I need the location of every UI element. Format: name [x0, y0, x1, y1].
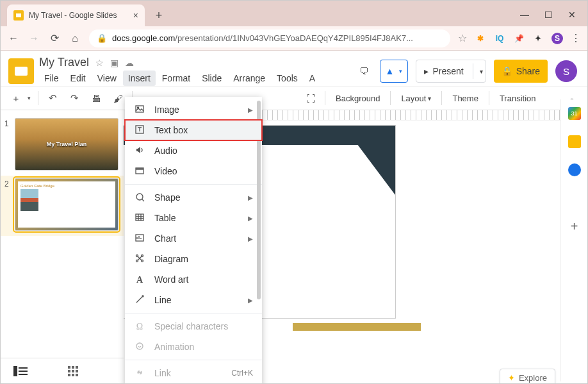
thumb2-image [20, 189, 38, 211]
browser-menu-icon[interactable]: ⋮ [571, 32, 581, 44]
minimize-icon[interactable]: — [520, 10, 529, 20]
profile-avatar-browser[interactable]: S [551, 33, 563, 44]
shape-icon [134, 192, 145, 204]
submenu-arrow-icon: ▶ [248, 235, 253, 242]
insert-menu-item-video[interactable]: Video [125, 161, 262, 181]
transition-button[interactable]: Transition [494, 89, 541, 107]
theme-button[interactable]: Theme [447, 89, 483, 107]
forward-button[interactable]: → [28, 32, 40, 45]
close-window-icon[interactable]: ✕ [568, 10, 576, 20]
menu-arrange[interactable]: Arrange [228, 71, 270, 86]
present-dropdown-icon[interactable]: ▾ [480, 68, 483, 75]
insert-menu-item-diagram[interactable]: Diagram [125, 249, 262, 269]
menu-insert[interactable]: Insert [123, 71, 156, 86]
special-chars-icon: Ω [134, 321, 145, 332]
grid-view-icon[interactable] [66, 366, 80, 376]
menu-item-label: Video [154, 166, 177, 176]
video-icon [134, 165, 145, 178]
calendar-addon-icon[interactable]: 31 [568, 107, 581, 120]
explore-button[interactable]: ✦ Explore [500, 369, 555, 384]
menu-format[interactable]: Format [157, 71, 195, 86]
menu-addons-truncated[interactable]: A [304, 71, 320, 86]
document-title[interactable]: My Travel [39, 56, 89, 69]
menu-item-label: Text box [154, 125, 188, 135]
image-icon [134, 104, 145, 116]
undo-button[interactable]: ↶ [44, 89, 61, 107]
new-slide-button[interactable]: + [7, 89, 25, 107]
insert-menu-item-text-box[interactable]: Text box [125, 120, 262, 140]
menu-slide[interactable]: Slide [197, 71, 227, 86]
filmstrip-view-icon[interactable] [13, 366, 28, 376]
tasks-addon-icon[interactable] [568, 163, 581, 176]
new-slide-dropdown-icon[interactable]: ▾ [25, 89, 33, 107]
home-button[interactable]: ⌂ [69, 32, 81, 45]
submenu-arrow-icon: ▶ [248, 297, 253, 304]
insert-menu-item-chart[interactable]: Chart▶ [125, 228, 262, 249]
insert-menu-item-line[interactable]: Line▶ [125, 290, 262, 310]
menu-item-label: Link [154, 368, 171, 378]
cloud-status-icon[interactable]: ☁ [125, 58, 134, 68]
slide-thumbnail-1[interactable]: My Travel Plan [15, 118, 118, 171]
svg-point-17 [136, 194, 143, 200]
comments-button[interactable]: 🗨 [355, 60, 372, 83]
layout-dropdown[interactable]: Layout [396, 89, 436, 107]
add-addon-icon[interactable]: + [568, 220, 581, 233]
bookmark-star-icon[interactable]: ☆ [458, 32, 467, 44]
insert-menu-item-animation: Animation [125, 337, 262, 357]
browser-tab[interactable]: My Travel - Google Slides × [7, 4, 145, 26]
share-button[interactable]: 🔒 Share [494, 60, 548, 83]
maximize-icon[interactable]: ☐ [544, 10, 553, 20]
menu-tools[interactable]: Tools [272, 71, 303, 86]
insert-menu-item-image[interactable]: Image▶ [125, 99, 262, 120]
thumb1-title: My Travel Plan [47, 141, 87, 147]
thumb2-label: Golden Gate Bridge [20, 184, 113, 188]
move-icon[interactable]: ▣ [110, 58, 118, 68]
insert-menu-item-table[interactable]: Table▶ [125, 208, 262, 228]
insert-menu-item-link: LinkCtrl+K [125, 363, 262, 383]
keep-addon-icon[interactable] [568, 135, 581, 148]
svg-rect-8 [72, 370, 74, 372]
menu-file[interactable]: File [39, 71, 64, 86]
paint-format-button[interactable]: 🖌 [109, 89, 127, 107]
address-bar[interactable]: 🔒 docs.google.com /presentation/d/1INv04… [89, 29, 450, 47]
account-avatar[interactable]: S [555, 60, 577, 82]
browser-toolbar: ← → ⟳ ⌂ 🔒 docs.google.com /presentation/… [1, 26, 587, 51]
insert-menu-item-audio[interactable]: Audio [125, 140, 262, 161]
tab-title: My Travel - Google Slides [29, 11, 117, 20]
extension-icon-iq[interactable]: IQ [494, 33, 505, 44]
reload-button[interactable]: ⟳ [48, 32, 61, 45]
redo-button[interactable]: ↷ [65, 89, 83, 107]
svg-rect-11 [72, 374, 74, 376]
slideshow-dropdown-button[interactable]: ▲▾ [380, 60, 409, 83]
extensions-puzzle-icon[interactable]: ✦ [532, 33, 544, 44]
zoom-fit-button[interactable]: ⛶ [302, 89, 320, 107]
star-icon[interactable]: ☆ [95, 58, 104, 68]
insert-menu-item-special-characters: ΩSpecial characters [125, 316, 262, 337]
new-tab-button[interactable]: + [150, 6, 168, 24]
slide-thumbnail-2[interactable]: Golden Gate Bridge [15, 178, 118, 231]
slide-footer-bar [293, 323, 421, 331]
browser-tab-strip: My Travel - Google Slides × + — ☐ ✕ [1, 1, 587, 26]
extension-icon-1[interactable]: ✱ [475, 33, 486, 44]
explore-spark-icon: ✦ [508, 373, 515, 383]
insert-menu-item-shape[interactable]: Shape▶ [125, 187, 262, 208]
tab-close-icon[interactable]: × [133, 10, 138, 21]
back-button[interactable]: ← [7, 32, 20, 45]
slide-number-2: 2 [4, 178, 12, 231]
print-button[interactable]: 🖶 [87, 89, 105, 107]
submenu-arrow-icon: ▶ [248, 106, 253, 113]
present-button[interactable]: ▸ Present ▾ [416, 60, 486, 83]
menu-edit[interactable]: Edit [65, 71, 91, 86]
background-button[interactable]: Background [331, 89, 385, 107]
menu-view[interactable]: View [92, 71, 122, 86]
textbox-icon [134, 124, 145, 137]
explore-label: Explore [519, 373, 547, 383]
svg-rect-6 [76, 366, 78, 369]
insert-menu-item-word-art[interactable]: AWord art [125, 269, 262, 290]
slides-logo[interactable] [8, 58, 34, 84]
extension-icon-pinterest[interactable]: 📌 [513, 33, 525, 44]
line-icon [134, 294, 145, 306]
svg-rect-13 [136, 106, 143, 112]
share-label: Share [516, 66, 540, 76]
menu-item-label: Diagram [154, 254, 188, 264]
